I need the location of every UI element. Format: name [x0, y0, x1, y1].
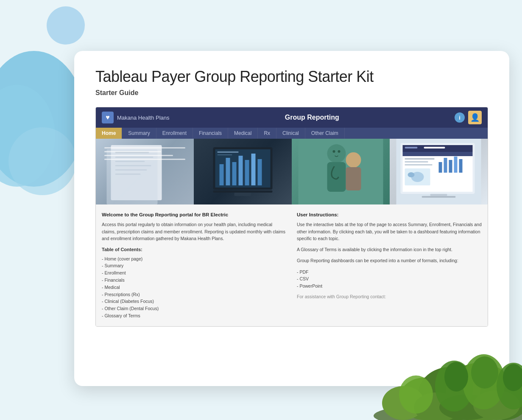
- dashboard-nav: Home Summary Enrollment Financials Medic…: [96, 128, 488, 139]
- toc-item-clinical: - Clinical (Diabetes Focus): [102, 298, 287, 305]
- svg-rect-24: [234, 193, 251, 196]
- svg-rect-22: [218, 154, 232, 155]
- toc-item-enrollment: - Enrollment: [102, 269, 287, 277]
- left-column: Welcome to the Group Reporting portal fo…: [102, 211, 287, 319]
- svg-rect-44: [449, 160, 452, 173]
- doc-line-3: [104, 155, 173, 156]
- user-avatar-icon[interactable]: 👤: [468, 111, 482, 124]
- toc-item-glossary: - Glossary of Terms: [102, 312, 287, 319]
- svg-rect-46: [459, 159, 463, 173]
- svg-rect-50: [430, 194, 447, 196]
- page-subtitle: Starter Guide: [95, 89, 488, 97]
- toc-item-medical: - Medical: [102, 284, 287, 291]
- welcome-heading: Welcome to the Group Reporting portal fo…: [102, 211, 287, 218]
- nav-enrollment[interactable]: Enrollment: [156, 128, 193, 139]
- nav-home[interactable]: Home: [96, 128, 122, 139]
- svg-rect-41: [405, 164, 433, 165]
- svg-point-64: [399, 375, 433, 414]
- svg-rect-16: [232, 162, 237, 185]
- info-icon[interactable]: i: [455, 112, 465, 123]
- toc-item-other-claim: - Other Claim (Dental Focus): [102, 305, 287, 312]
- svg-point-31: [338, 150, 341, 153]
- export-formats-list: - PDF - CSV - PowerPoint: [297, 269, 482, 290]
- svg-rect-43: [444, 158, 447, 173]
- nav-rx[interactable]: Rx: [258, 128, 276, 139]
- logo-area: ♥ Makana Health Plans: [102, 112, 170, 123]
- svg-point-26: [327, 144, 346, 163]
- grass-decoration: [289, 348, 522, 420]
- doc-line-4: [104, 159, 185, 160]
- svg-rect-37: [424, 147, 445, 148]
- svg-rect-40: [405, 161, 428, 162]
- instructions-text2: A Glossary of Terms is available by clic…: [297, 246, 482, 253]
- svg-rect-20: [258, 159, 262, 185]
- nav-summary[interactable]: Summary: [122, 128, 156, 139]
- export-pdf: - PDF: [297, 269, 482, 276]
- toc-item-rx: - Prescriptions (Rx): [102, 291, 287, 298]
- image-strip: [96, 139, 488, 204]
- svg-point-0: [47, 6, 85, 45]
- export-csv: - CSV: [297, 275, 482, 283]
- svg-point-65: [444, 362, 468, 392]
- right-column: User Instructions: Use the interactive t…: [297, 211, 482, 319]
- svg-rect-45: [454, 157, 458, 173]
- dashboard-content: Welcome to the Group Reporting portal fo…: [96, 204, 488, 326]
- page-title: Tableau Payer Group Reporting Starter Ki…: [95, 68, 488, 86]
- header-icons: i 👤: [455, 111, 482, 124]
- toc-item-financials: - Financials: [102, 277, 287, 284]
- intro-text: Access this portal regularly to obtain i…: [102, 221, 287, 242]
- toc-item-home: - Home (cover page): [102, 255, 287, 263]
- instructions-text3: Group Reporting dashboards can be export…: [297, 257, 482, 264]
- instructions-heading: User Instructions:: [297, 211, 482, 218]
- dashboard-header: ♥ Makana Health Plans Group Reporting i …: [96, 107, 488, 128]
- svg-rect-14: [220, 164, 224, 185]
- svg-rect-38: [403, 152, 473, 156]
- toc-list: - Home (cover page) - Summary - Enrollme…: [102, 255, 287, 319]
- svg-point-49: [408, 172, 415, 177]
- svg-rect-17: [239, 156, 243, 185]
- svg-rect-19: [251, 154, 256, 185]
- svg-rect-27: [327, 162, 346, 192]
- svg-rect-29: [346, 167, 361, 190]
- nav-other-claim[interactable]: Other Claim: [305, 128, 345, 139]
- svg-rect-23: [213, 190, 273, 193]
- toc-title: Table of Contents:: [102, 246, 287, 253]
- svg-rect-42: [439, 162, 442, 173]
- nav-clinical[interactable]: Clinical: [276, 128, 305, 139]
- dashboard-title: Group Reporting: [175, 114, 449, 121]
- svg-rect-18: [245, 160, 249, 185]
- svg-point-30: [333, 150, 335, 153]
- logo-icon: ♥: [102, 112, 114, 123]
- dashboard-frame: ♥ Makana Health Plans Group Reporting i …: [95, 107, 488, 327]
- instructions-text1: Use the interactive tabs at the top of t…: [297, 221, 482, 242]
- svg-point-28: [346, 152, 361, 168]
- doc-line-1: [104, 147, 185, 148]
- image-nurse: [292, 139, 390, 204]
- image-documents: [96, 139, 194, 204]
- svg-rect-21: [218, 151, 239, 153]
- svg-point-3: [8, 127, 76, 195]
- nav-financials[interactable]: Financials: [193, 128, 228, 139]
- svg-rect-39: [405, 158, 435, 160]
- svg-rect-51: [422, 196, 456, 198]
- export-powerpoint: - PowerPoint: [297, 283, 482, 290]
- image-monitor: [194, 139, 292, 204]
- nav-medical[interactable]: Medical: [228, 128, 258, 139]
- svg-rect-36: [405, 147, 418, 148]
- toc-item-summary: - Summary: [102, 262, 287, 269]
- org-name: Makana Health Plans: [117, 115, 170, 121]
- main-card: Tableau Payer Group Reporting Starter Ki…: [74, 51, 509, 386]
- svg-point-66: [471, 356, 498, 389]
- contact-text: For assistance with Group Reporting cont…: [297, 293, 482, 300]
- svg-rect-15: [226, 158, 230, 185]
- doc-line-2: [104, 151, 161, 152]
- image-report: [390, 139, 488, 204]
